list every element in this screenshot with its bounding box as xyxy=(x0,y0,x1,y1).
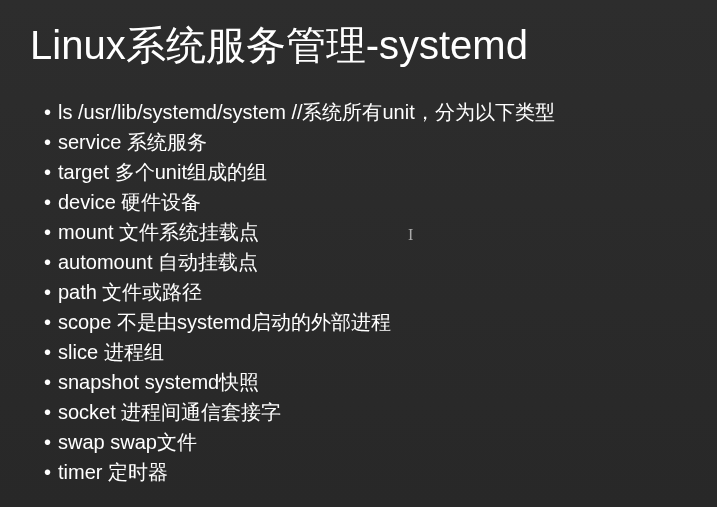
bullet-list: ls /usr/lib/systemd/system //系统所有unit，分为… xyxy=(30,97,687,487)
slide-title: Linux系统服务管理-systemd xyxy=(30,18,687,73)
list-item: scope 不是由systemd启动的外部进程 xyxy=(44,307,687,337)
list-item: swap swap文件 xyxy=(44,427,687,457)
list-item: mount 文件系统挂载点 xyxy=(44,217,687,247)
text-cursor-icon: I xyxy=(408,226,413,244)
list-item: automount 自动挂载点 xyxy=(44,247,687,277)
list-item: target 多个unit组成的组 xyxy=(44,157,687,187)
list-item: ls /usr/lib/systemd/system //系统所有unit，分为… xyxy=(44,97,687,127)
list-item: timer 定时器 xyxy=(44,457,687,487)
list-item: socket 进程间通信套接字 xyxy=(44,397,687,427)
list-item: path 文件或路径 xyxy=(44,277,687,307)
list-item: service 系统服务 xyxy=(44,127,687,157)
list-item: snapshot systemd快照 xyxy=(44,367,687,397)
list-item: slice 进程组 xyxy=(44,337,687,367)
list-item: device 硬件设备 xyxy=(44,187,687,217)
